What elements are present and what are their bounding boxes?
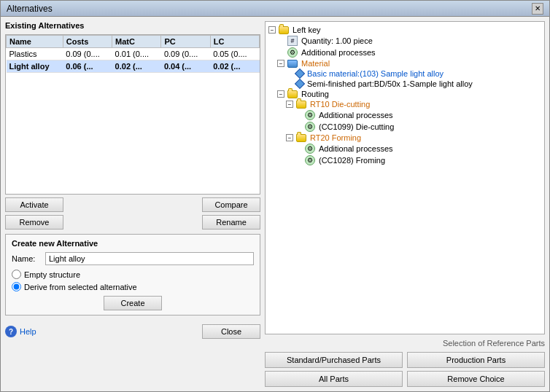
ref-btn-row-1: Standard/Purchased Parts Production Part… xyxy=(265,352,545,368)
tree-item[interactable]: −Routing xyxy=(268,89,541,99)
compare-button[interactable]: Compare xyxy=(202,197,260,212)
col-lc: LC xyxy=(210,36,259,48)
create-button[interactable]: Create xyxy=(104,296,162,310)
tree-item-label: RT20 Forming xyxy=(310,133,361,142)
expand-icon[interactable]: − xyxy=(268,26,276,34)
table-row[interactable]: Light alloy0.06 (...0.02 (...0.04 (...0.… xyxy=(7,60,260,73)
folder-icon xyxy=(296,101,306,109)
help-label: Help xyxy=(20,327,36,336)
derive-radio[interactable] xyxy=(12,282,21,291)
tree-item[interactable]: ⚙Additional processes xyxy=(268,143,541,154)
tree-container: −Left key#Quantity: 1.00 piece⚙Additiona… xyxy=(265,21,545,334)
tree-item[interactable]: ⚙(CC1028) Froming xyxy=(268,154,541,166)
remove-choice-button[interactable]: Remove Choice xyxy=(407,371,545,387)
tree-item-label: Material xyxy=(301,59,330,68)
help-link[interactable]: ? Help xyxy=(5,326,36,337)
tree-item[interactable]: #Quantity: 1.00 piece xyxy=(268,35,541,47)
rename-button[interactable]: Rename xyxy=(202,215,260,230)
tree-item[interactable]: Semi-finished part:BD/50x 1-Sample light… xyxy=(268,79,541,89)
tree-item[interactable]: ⚙(CC1099) Die-cutting xyxy=(268,121,541,133)
ref-btn-row-2: All Parts Remove Choice xyxy=(265,371,545,387)
tree-item-label: Quantity: 1.00 piece xyxy=(301,36,373,45)
standard-parts-button[interactable]: Standard/Purchased Parts xyxy=(265,352,403,368)
tree-item-label: RT10 Die-cutting xyxy=(310,100,370,109)
empty-structure-radio-row: Empty structure xyxy=(12,270,254,279)
derive-radio-row: Derive from selected alternative xyxy=(12,282,254,291)
production-parts-button[interactable]: Production Parts xyxy=(407,352,545,368)
tree-item[interactable]: −RT20 Forming xyxy=(268,133,541,143)
gear-icon: ⚙ xyxy=(305,155,315,165)
help-icon: ? xyxy=(5,326,17,337)
alternatives-table: Name Costs MatC PC LC Plastics0.09 (0...… xyxy=(6,35,260,73)
close-window-button[interactable]: ✕ xyxy=(532,3,543,15)
gear-icon: ⚙ xyxy=(305,122,315,132)
remove-button[interactable]: Remove xyxy=(5,215,63,230)
help-close-row: ? Help Close xyxy=(5,321,260,339)
col-name: Name xyxy=(7,36,63,48)
all-parts-button[interactable]: All Parts xyxy=(265,371,403,387)
create-section: Create new Alternative Name: Empty struc… xyxy=(5,234,260,315)
gear-icon: ⚙ xyxy=(305,144,315,154)
create-title: Create new Alternative xyxy=(12,239,254,248)
right-panel: −Left key#Quantity: 1.00 piece⚙Additiona… xyxy=(265,21,545,387)
empty-structure-radio[interactable] xyxy=(12,270,21,279)
col-costs: Costs xyxy=(63,36,112,48)
hash-icon: # xyxy=(287,36,298,46)
alternatives-window: Alternatives ✕ Existing Alternatives Nam… xyxy=(0,0,550,392)
col-matc: MatC xyxy=(112,36,161,48)
tree-item[interactable]: ⚙Additional processes xyxy=(268,47,541,58)
button-row-2: Remove Rename xyxy=(5,215,260,230)
tree-item-label: Additional processes xyxy=(319,144,393,153)
alternatives-table-container: Name Costs MatC PC LC Plastics0.09 (0...… xyxy=(5,34,260,195)
name-label: Name: xyxy=(12,254,41,263)
gear-icon: ⚙ xyxy=(287,47,298,58)
gear-icon: ⚙ xyxy=(305,110,315,120)
expand-icon[interactable]: − xyxy=(286,101,293,108)
selection-label: Selection of Reference Parts xyxy=(265,337,545,349)
empty-structure-label: Empty structure xyxy=(24,270,80,279)
title-bar: Alternatives ✕ xyxy=(1,1,549,17)
close-button[interactable]: Close xyxy=(202,324,260,339)
tree-item[interactable]: Basic material:(103) Sample light alloy xyxy=(268,68,541,79)
window-content: Existing Alternatives Name Costs MatC PC… xyxy=(1,17,549,391)
expand-icon[interactable]: − xyxy=(277,60,284,67)
new-alternative-name-input[interactable] xyxy=(45,252,254,265)
main-area: Existing Alternatives Name Costs MatC PC… xyxy=(5,21,545,387)
window-title: Alternatives xyxy=(7,4,53,14)
derive-label: Derive from selected alternative xyxy=(24,283,137,291)
folder-icon xyxy=(296,134,306,142)
blue-diamond-icon xyxy=(296,80,303,87)
folder-blue-icon xyxy=(287,60,298,68)
expand-icon[interactable]: − xyxy=(277,90,284,98)
tree-item[interactable]: −Material xyxy=(268,58,541,68)
tree-item[interactable]: −RT10 Die-cutting xyxy=(268,99,541,109)
name-row: Name: xyxy=(12,252,254,265)
tree-item[interactable]: ⚙Additional processes xyxy=(268,109,541,121)
left-panel: Existing Alternatives Name Costs MatC PC… xyxy=(5,21,260,387)
blue-diamond-icon xyxy=(296,70,303,77)
tree-item-label: Routing xyxy=(301,90,329,98)
tree-item-label: Additional processes xyxy=(319,111,393,119)
table-row[interactable]: Plastics0.09 (0....0.01 (0....0.09 (0...… xyxy=(7,48,260,60)
tree-item[interactable]: −Left key xyxy=(268,25,541,35)
folder-icon xyxy=(279,26,289,34)
expand-icon[interactable]: − xyxy=(286,134,293,141)
tree-item-label: Basic material:(103) Sample light alloy xyxy=(307,69,444,78)
tree-item-label: (CC1099) Die-cutting xyxy=(319,122,394,131)
tree-item-label: Additional processes xyxy=(301,48,376,57)
activate-button[interactable]: Activate xyxy=(5,197,63,212)
create-btn-row: Create xyxy=(12,296,254,310)
tree-item-label: Semi-finished part:BD/50x 1-Sample light… xyxy=(307,79,473,88)
existing-alternatives-label: Existing Alternatives xyxy=(5,21,260,30)
tree-item-label: Left key xyxy=(293,26,321,34)
folder-icon xyxy=(287,90,298,98)
col-pc: PC xyxy=(161,36,210,48)
tree-item-label: (CC1028) Froming xyxy=(319,156,385,165)
button-row-1: Activate Compare xyxy=(5,197,260,212)
